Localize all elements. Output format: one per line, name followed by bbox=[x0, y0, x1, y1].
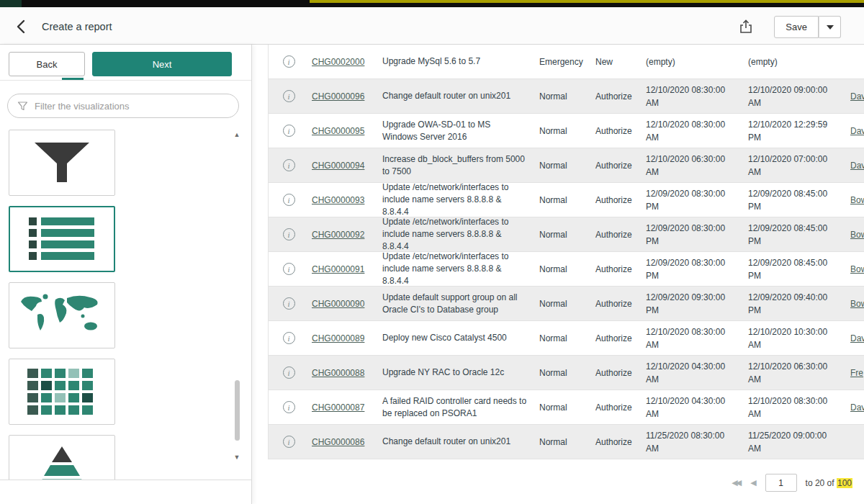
row-planned-end-date: 12/10/2020 10:30:00 AM bbox=[744, 325, 846, 351]
row-planned-end-date: 12/10/2020 06:30:00 AM bbox=[744, 360, 846, 386]
previous-page-button[interactable]: ◀ bbox=[750, 478, 756, 487]
row-short-description: Deploy new Cisco Catalyst 4500 bbox=[377, 332, 534, 344]
assigned-to-link[interactable]: Bow bbox=[850, 230, 864, 240]
assigned-to-link[interactable]: Fre bbox=[850, 368, 863, 378]
assigned-to-link[interactable]: Dav bbox=[850, 126, 864, 136]
row-assigned-cell: Bow bbox=[846, 299, 864, 309]
row-priority: Normal bbox=[534, 437, 590, 447]
record-number-link[interactable]: CHG0000087 bbox=[312, 402, 364, 413]
row-state: Authorize bbox=[590, 161, 642, 171]
record-number-link[interactable]: CHG0000088 bbox=[312, 368, 364, 378]
table-row: iCHG0000095Upgrade OWA-SD-01 to MS Windo… bbox=[269, 114, 864, 148]
record-number-link[interactable]: CHG0000091 bbox=[312, 264, 364, 274]
assigned-to-link[interactable]: Dav bbox=[850, 91, 864, 102]
visualization-filter bbox=[7, 94, 239, 118]
funnel-chart-icon bbox=[24, 139, 99, 186]
row-info-cell: i bbox=[269, 263, 309, 275]
row-planned-end-date: 12/10/2020 07:00:00 AM bbox=[744, 153, 846, 179]
first-page-button[interactable]: ◀◀ bbox=[732, 478, 742, 487]
caret-down-icon bbox=[827, 25, 834, 30]
info-icon[interactable]: i bbox=[283, 297, 295, 310]
assigned-to-link[interactable]: Bow bbox=[850, 264, 864, 274]
header-bar: Create a report Save bbox=[0, 7, 864, 45]
row-short-description: Update default support group on all Orac… bbox=[377, 292, 534, 316]
header-back-button[interactable] bbox=[13, 17, 32, 36]
row-short-description: A failed RAID controller card needs to b… bbox=[377, 395, 534, 420]
viz-card-pyramid[interactable] bbox=[9, 435, 115, 480]
info-icon[interactable]: i bbox=[283, 263, 295, 275]
row-info-cell: i bbox=[269, 228, 309, 240]
record-number-link[interactable]: CHG0000086 bbox=[312, 437, 364, 447]
visualization-list: ▲ ▼ bbox=[0, 130, 252, 480]
row-state: Authorize bbox=[590, 126, 642, 136]
list-chart-icon bbox=[26, 216, 98, 262]
viz-card-world-map[interactable] bbox=[9, 282, 115, 348]
viz-card-heatmap[interactable] bbox=[9, 359, 115, 425]
info-icon[interactable]: i bbox=[283, 332, 295, 344]
record-number-link[interactable]: CHG0000090 bbox=[312, 299, 364, 309]
share-button[interactable] bbox=[737, 17, 756, 36]
save-dropdown-button[interactable] bbox=[819, 16, 841, 38]
row-state: Authorize bbox=[590, 299, 642, 309]
row-planned-end-date: 12/10/2020 09:00:00 AM bbox=[744, 84, 846, 109]
row-info-cell: i bbox=[269, 125, 309, 137]
row-planned-start-date: 12/10/2020 04:30:00 AM bbox=[642, 360, 744, 386]
info-icon[interactable]: i bbox=[283, 228, 295, 240]
report-type-sidebar: Data › Type › Configure › Style bbox=[0, 45, 252, 504]
page-range-text: to 20 of bbox=[806, 478, 834, 488]
record-number-link[interactable]: CHG0000095 bbox=[312, 126, 364, 136]
assigned-to-link[interactable]: Bow bbox=[850, 195, 864, 205]
row-number-cell: CHG0000095 bbox=[309, 126, 377, 136]
scrollbar-thumb[interactable] bbox=[235, 380, 240, 441]
info-icon[interactable]: i bbox=[283, 159, 295, 171]
info-icon[interactable]: i bbox=[283, 436, 295, 448]
save-button[interactable]: Save bbox=[774, 16, 819, 38]
row-number-cell: CHG0000089 bbox=[309, 333, 377, 343]
viz-card-funnel[interactable] bbox=[9, 130, 115, 196]
row-planned-end-date: 11/25/2020 09:00:00 AM bbox=[744, 429, 846, 455]
info-icon[interactable]: i bbox=[283, 90, 295, 102]
page-number-input[interactable] bbox=[765, 474, 797, 492]
row-priority: Normal bbox=[534, 126, 590, 136]
table-row: iCHG0000091Update /etc/network/interface… bbox=[269, 252, 864, 287]
info-icon[interactable]: i bbox=[283, 194, 295, 206]
scroll-down-button[interactable]: ▼ bbox=[232, 452, 242, 462]
row-short-description: Change default router on unix201 bbox=[377, 90, 534, 102]
table-row: iCHG0000086Change default router on unix… bbox=[269, 425, 864, 459]
record-number-link[interactable]: CHG0000093 bbox=[312, 195, 364, 205]
record-number-link[interactable]: CHG0000094 bbox=[312, 161, 364, 171]
row-info-cell: i bbox=[269, 159, 309, 171]
assigned-to-link[interactable]: Dav bbox=[850, 402, 864, 413]
row-planned-end-date: 12/09/2020 08:45:00 PM bbox=[744, 256, 846, 282]
record-number-link[interactable]: CHG0002000 bbox=[312, 57, 364, 67]
row-priority: Normal bbox=[534, 195, 590, 205]
top-strip bbox=[0, 0, 864, 7]
viz-card-list[interactable] bbox=[9, 206, 115, 272]
row-priority: Normal bbox=[534, 402, 590, 413]
record-number-link[interactable]: CHG0000092 bbox=[312, 230, 364, 240]
row-assigned-cell: Fre bbox=[846, 368, 864, 378]
info-icon[interactable]: i bbox=[283, 125, 295, 137]
row-info-cell: i bbox=[269, 366, 309, 379]
record-number-link[interactable]: CHG0000089 bbox=[312, 333, 364, 343]
row-assigned-cell: Dav bbox=[846, 161, 864, 171]
next-button[interactable]: Next bbox=[92, 52, 232, 76]
viz-list-scrollbar[interactable]: ▲ ▼ bbox=[232, 130, 242, 462]
back-button[interactable]: Back bbox=[9, 52, 85, 76]
assigned-to-link[interactable]: Bow bbox=[850, 299, 864, 309]
record-number-link[interactable]: CHG0000096 bbox=[312, 91, 364, 102]
filter-visualizations-input[interactable] bbox=[35, 101, 229, 112]
assigned-to-link[interactable]: Dav bbox=[850, 333, 864, 343]
info-icon[interactable]: i bbox=[283, 401, 295, 413]
row-assigned-cell: Bow bbox=[846, 195, 864, 205]
row-short-description: Update /etc/network/interfaces to includ… bbox=[377, 251, 534, 287]
chevron-left-icon bbox=[13, 18, 32, 35]
world-map-icon bbox=[18, 293, 106, 338]
scroll-up-button[interactable]: ▲ bbox=[232, 130, 242, 140]
row-number-cell: CHG0002000 bbox=[309, 57, 377, 67]
pagination: ◀◀ ◀ to 20 of 100 bbox=[732, 474, 852, 492]
info-icon[interactable]: i bbox=[283, 366, 295, 379]
info-icon[interactable]: i bbox=[283, 55, 295, 68]
assigned-to-link[interactable]: Dav bbox=[850, 161, 864, 171]
row-planned-start-date: 12/09/2020 09:30:00 PM bbox=[642, 291, 744, 317]
